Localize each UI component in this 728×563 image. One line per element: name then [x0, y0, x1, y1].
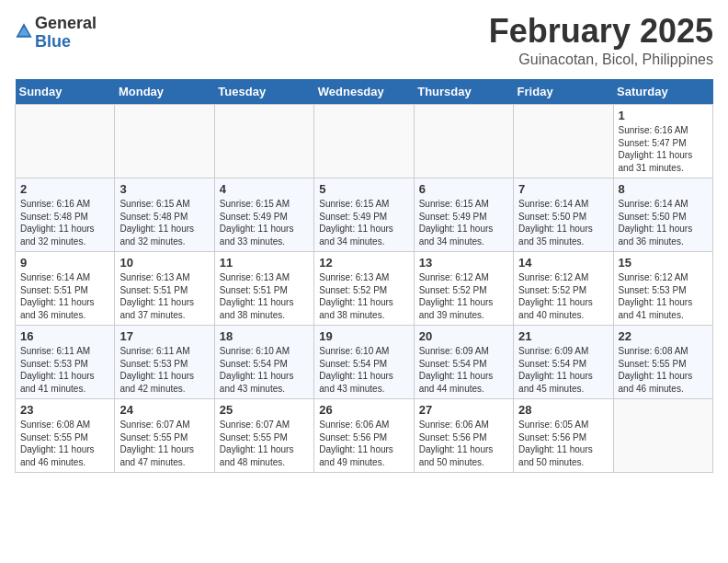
- day-info: Sunrise: 6:10 AMSunset: 5:54 PMDaylight:…: [220, 345, 309, 395]
- weekday-header-tuesday: Tuesday: [214, 79, 313, 105]
- week-row-4: 16Sunrise: 6:11 AMSunset: 5:53 PMDayligh…: [16, 326, 713, 399]
- day-number: 27: [419, 403, 508, 417]
- day-info: Sunrise: 6:07 AMSunset: 5:55 PMDaylight:…: [220, 419, 309, 468]
- day-info: Sunrise: 6:14 AMSunset: 5:50 PMDaylight:…: [619, 198, 708, 247]
- day-info: Sunrise: 6:13 AMSunset: 5:51 PMDaylight:…: [220, 271, 309, 321]
- day-info: Sunrise: 6:06 AMSunset: 5:56 PMDaylight:…: [319, 419, 408, 468]
- calendar-cell: 15Sunrise: 6:12 AMSunset: 5:53 PMDayligh…: [613, 252, 712, 326]
- calendar-cell: 8Sunrise: 6:14 AMSunset: 5:50 PMDaylight…: [613, 178, 712, 252]
- calendar-body: 1Sunrise: 6:16 AMSunset: 5:47 PMDaylight…: [16, 105, 713, 473]
- calendar-cell: [214, 105, 313, 178]
- day-info: Sunrise: 6:08 AMSunset: 5:55 PMDaylight:…: [20, 419, 109, 468]
- day-info: Sunrise: 6:12 AMSunset: 5:52 PMDaylight:…: [419, 271, 508, 321]
- calendar-cell: 1Sunrise: 6:16 AMSunset: 5:47 PMDaylight…: [613, 105, 712, 178]
- calendar-cell: 19Sunrise: 6:10 AMSunset: 5:54 PMDayligh…: [314, 326, 414, 399]
- day-number: 22: [619, 329, 708, 343]
- calendar-cell: 9Sunrise: 6:14 AMSunset: 5:51 PMDaylight…: [16, 252, 115, 326]
- week-row-1: 1Sunrise: 6:16 AMSunset: 5:47 PMDaylight…: [16, 105, 713, 178]
- calendar-cell: 20Sunrise: 6:09 AMSunset: 5:54 PMDayligh…: [414, 326, 513, 399]
- week-row-5: 23Sunrise: 6:08 AMSunset: 5:55 PMDayligh…: [16, 399, 713, 473]
- calendar-cell: [414, 105, 513, 178]
- day-info: Sunrise: 6:06 AMSunset: 5:56 PMDaylight:…: [419, 419, 508, 468]
- day-number: 4: [220, 182, 309, 196]
- calendar-cell: [314, 105, 414, 178]
- day-info: Sunrise: 6:10 AMSunset: 5:54 PMDaylight:…: [319, 345, 408, 395]
- calendar-cell: 24Sunrise: 6:07 AMSunset: 5:55 PMDayligh…: [115, 399, 214, 473]
- day-number: 2: [20, 182, 109, 196]
- day-number: 15: [619, 256, 708, 270]
- day-number: 23: [20, 403, 109, 417]
- day-number: 13: [419, 256, 508, 270]
- day-info: Sunrise: 6:15 AMSunset: 5:49 PMDaylight:…: [419, 198, 508, 247]
- day-info: Sunrise: 6:12 AMSunset: 5:52 PMDaylight:…: [518, 271, 608, 321]
- day-number: 25: [220, 403, 309, 417]
- day-number: 3: [119, 182, 209, 196]
- calendar-cell: 11Sunrise: 6:13 AMSunset: 5:51 PMDayligh…: [214, 252, 313, 326]
- calendar-subtitle: Guinacotan, Bicol, Philippines: [489, 52, 713, 68]
- day-number: 10: [119, 256, 209, 270]
- day-number: 7: [518, 182, 608, 196]
- logo-icon: [15, 22, 33, 40]
- day-info: Sunrise: 6:15 AMSunset: 5:48 PMDaylight:…: [119, 198, 209, 247]
- calendar-cell: 6Sunrise: 6:15 AMSunset: 5:49 PMDaylight…: [414, 178, 513, 252]
- day-info: Sunrise: 6:14 AMSunset: 5:51 PMDaylight:…: [20, 271, 109, 321]
- calendar-cell: [613, 399, 712, 473]
- day-number: 24: [119, 403, 209, 417]
- day-number: 17: [119, 329, 209, 343]
- page-header: General Blue February 2025 Guinacotan, B…: [15, 15, 713, 68]
- day-info: Sunrise: 6:07 AMSunset: 5:55 PMDaylight:…: [119, 419, 209, 468]
- weekday-header-monday: Monday: [115, 79, 214, 105]
- calendar-cell: 14Sunrise: 6:12 AMSunset: 5:52 PMDayligh…: [514, 252, 613, 326]
- calendar-cell: 27Sunrise: 6:06 AMSunset: 5:56 PMDayligh…: [414, 399, 513, 473]
- day-number: 20: [419, 329, 508, 343]
- calendar-cell: 23Sunrise: 6:08 AMSunset: 5:55 PMDayligh…: [16, 399, 115, 473]
- day-info: Sunrise: 6:08 AMSunset: 5:55 PMDaylight:…: [619, 345, 708, 395]
- day-number: 18: [220, 329, 309, 343]
- week-row-2: 2Sunrise: 6:16 AMSunset: 5:48 PMDaylight…: [16, 178, 713, 252]
- week-row-3: 9Sunrise: 6:14 AMSunset: 5:51 PMDaylight…: [16, 252, 713, 326]
- day-info: Sunrise: 6:11 AMSunset: 5:53 PMDaylight:…: [119, 345, 209, 395]
- calendar-cell: 25Sunrise: 6:07 AMSunset: 5:55 PMDayligh…: [214, 399, 313, 473]
- calendar-cell: [16, 105, 115, 178]
- day-info: Sunrise: 6:15 AMSunset: 5:49 PMDaylight:…: [220, 198, 309, 247]
- weekday-header-friday: Friday: [514, 79, 613, 105]
- day-number: 16: [20, 329, 109, 343]
- day-number: 19: [319, 329, 408, 343]
- weekday-header-row: SundayMondayTuesdayWednesdayThursdayFrid…: [16, 79, 713, 105]
- calendar-cell: 16Sunrise: 6:11 AMSunset: 5:53 PMDayligh…: [16, 326, 115, 399]
- calendar-cell: 21Sunrise: 6:09 AMSunset: 5:54 PMDayligh…: [514, 326, 613, 399]
- day-number: 11: [220, 256, 309, 270]
- day-info: Sunrise: 6:12 AMSunset: 5:53 PMDaylight:…: [619, 271, 708, 321]
- day-info: Sunrise: 6:09 AMSunset: 5:54 PMDaylight:…: [419, 345, 508, 395]
- day-number: 12: [319, 256, 408, 270]
- day-number: 14: [518, 256, 608, 270]
- weekday-header-sunday: Sunday: [16, 79, 115, 105]
- day-info: Sunrise: 6:09 AMSunset: 5:54 PMDaylight:…: [518, 345, 608, 395]
- day-number: 9: [20, 256, 109, 270]
- day-number: 5: [319, 182, 408, 196]
- day-info: Sunrise: 6:13 AMSunset: 5:51 PMDaylight:…: [119, 271, 209, 321]
- day-number: 21: [518, 329, 608, 343]
- day-number: 1: [619, 109, 708, 122]
- calendar-cell: 2Sunrise: 6:16 AMSunset: 5:48 PMDaylight…: [16, 178, 115, 252]
- weekday-header-thursday: Thursday: [414, 79, 513, 105]
- calendar-cell: [514, 105, 613, 178]
- calendar-cell: [115, 105, 214, 178]
- calendar-cell: 17Sunrise: 6:11 AMSunset: 5:53 PMDayligh…: [115, 326, 214, 399]
- day-info: Sunrise: 6:14 AMSunset: 5:50 PMDaylight:…: [518, 198, 608, 247]
- calendar-cell: 4Sunrise: 6:15 AMSunset: 5:49 PMDaylight…: [214, 178, 313, 252]
- calendar-cell: 5Sunrise: 6:15 AMSunset: 5:49 PMDaylight…: [314, 178, 414, 252]
- day-info: Sunrise: 6:11 AMSunset: 5:53 PMDaylight:…: [20, 345, 109, 395]
- calendar-cell: 28Sunrise: 6:05 AMSunset: 5:56 PMDayligh…: [514, 399, 613, 473]
- day-info: Sunrise: 6:16 AMSunset: 5:47 PMDaylight:…: [619, 124, 708, 174]
- day-number: 6: [419, 182, 508, 196]
- logo-blue-text: Blue: [35, 32, 71, 51]
- weekday-header-saturday: Saturday: [613, 79, 712, 105]
- day-info: Sunrise: 6:05 AMSunset: 5:56 PMDaylight:…: [518, 419, 608, 468]
- calendar-table: SundayMondayTuesdayWednesdayThursdayFrid…: [15, 79, 713, 473]
- day-info: Sunrise: 6:16 AMSunset: 5:48 PMDaylight:…: [20, 198, 109, 247]
- calendar-cell: 26Sunrise: 6:06 AMSunset: 5:56 PMDayligh…: [314, 399, 414, 473]
- logo-general-text: General: [35, 14, 97, 32]
- calendar-cell: 7Sunrise: 6:14 AMSunset: 5:50 PMDaylight…: [514, 178, 613, 252]
- calendar-cell: 18Sunrise: 6:10 AMSunset: 5:54 PMDayligh…: [214, 326, 313, 399]
